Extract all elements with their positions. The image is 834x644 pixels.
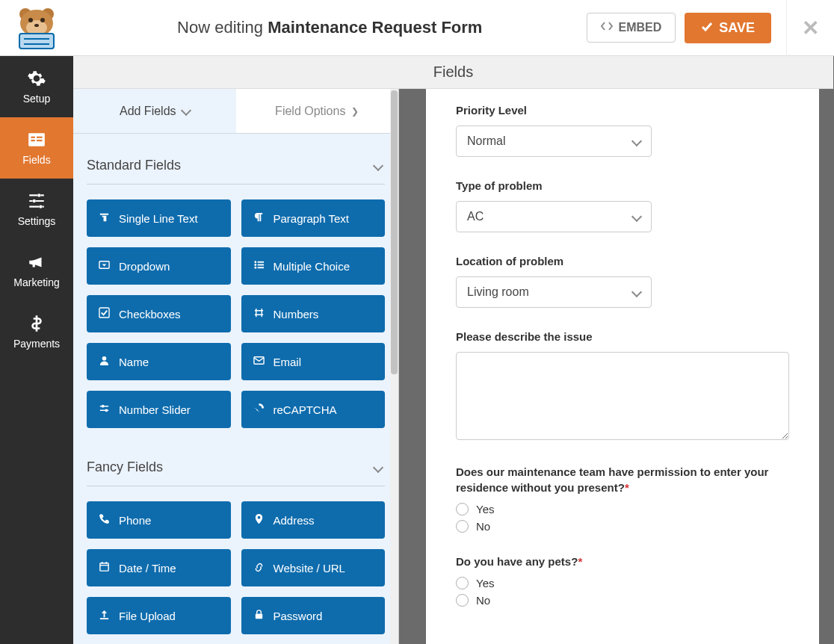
field-type-multiple-choice[interactable]: Multiple Choice xyxy=(241,247,386,285)
field-type-email[interactable]: Email xyxy=(241,343,386,380)
tab-add-fields[interactable]: Add Fields xyxy=(73,89,236,133)
field-type-label: Date / Time xyxy=(119,562,176,575)
bullhorn-icon xyxy=(27,253,46,272)
field-type-paragraph-text[interactable]: Paragraph Text xyxy=(241,199,386,237)
close-button[interactable]: ✕ xyxy=(786,0,834,56)
field-type-phone[interactable]: Phone xyxy=(87,501,231,539)
scrollbar-thumb[interactable] xyxy=(391,90,398,374)
field-type-label: Paragraph Text xyxy=(274,212,349,225)
name-icon xyxy=(99,355,110,368)
sidebar-item-setup[interactable]: Setup xyxy=(0,56,73,117)
describe-textarea[interactable] xyxy=(456,352,789,440)
tab-field-options[interactable]: Field Options ❯ xyxy=(236,89,399,133)
radio-label: Yes xyxy=(476,503,494,515)
field-type-address[interactable]: Address xyxy=(241,501,386,539)
field-type-single-line-text[interactable]: Single Line Text xyxy=(87,199,231,237)
email-icon xyxy=(253,355,265,368)
chevron-down-icon xyxy=(374,459,382,475)
field-type-password[interactable]: Password xyxy=(241,597,386,634)
svg-rect-24 xyxy=(257,267,263,268)
field-type-label: Numbers xyxy=(274,308,319,321)
select-value: Normal xyxy=(467,134,506,148)
field-type-recaptcha[interactable]: reCAPTCHA xyxy=(241,391,386,428)
nav-sidebar: Setup Fields Settings Marketing Payments xyxy=(0,56,73,644)
svg-point-15 xyxy=(37,193,40,196)
radio-option-no[interactable]: No xyxy=(456,594,789,607)
checkboxes-icon xyxy=(99,307,110,321)
section-title: Standard Fields xyxy=(87,158,181,173)
field-location-of-problem[interactable]: Location of problem Living room xyxy=(456,253,789,308)
svg-rect-30 xyxy=(100,563,108,571)
panel-subheader: Fields xyxy=(73,56,833,89)
field-pets[interactable]: Do you have any pets?* Yes No xyxy=(456,554,789,607)
svg-rect-22 xyxy=(257,264,263,266)
sidebar-item-label: Fields xyxy=(22,154,50,166)
single-line-text-icon xyxy=(99,211,110,225)
radio-option-no[interactable]: No xyxy=(456,520,789,533)
chevron-down-icon xyxy=(182,106,190,117)
field-type-label: File Upload xyxy=(119,610,176,622)
dropdown-icon xyxy=(99,259,110,273)
sidebar-item-label: Marketing xyxy=(13,276,59,288)
embed-label: EMBED xyxy=(619,21,662,34)
phone-icon xyxy=(99,513,110,527)
field-type-name[interactable]: Name xyxy=(87,343,231,380)
priority-select[interactable]: Normal xyxy=(456,126,652,157)
field-type-numbers[interactable]: Numbers xyxy=(241,295,386,332)
type-problem-select[interactable]: AC xyxy=(456,201,652,232)
location-select[interactable]: Living room xyxy=(456,276,652,308)
numbers-icon xyxy=(253,307,265,321)
sidebar-item-marketing[interactable]: Marketing xyxy=(0,240,73,301)
check-icon xyxy=(701,20,713,36)
tab-label: Field Options xyxy=(275,105,345,118)
field-permission[interactable]: Does our maintenance team have permissio… xyxy=(456,464,789,533)
field-type-number-slider[interactable]: Number Slider xyxy=(87,391,231,428)
field-type-label: Number Slider xyxy=(119,403,191,416)
field-type-of-problem[interactable]: Type of problem AC xyxy=(456,178,789,232)
field-label: Priority Level xyxy=(456,102,789,118)
editing-form-title: Now editing Maintenance Request Form xyxy=(73,18,587,37)
svg-rect-31 xyxy=(255,614,262,619)
chevron-down-icon xyxy=(633,210,640,223)
sidebar-item-label: Setup xyxy=(23,93,51,105)
file-upload-icon xyxy=(99,609,110,622)
date-time-icon xyxy=(99,561,110,575)
svg-rect-12 xyxy=(37,137,43,138)
chevron-down-icon xyxy=(633,285,640,299)
field-type-checkboxes[interactable]: Checkboxes xyxy=(87,295,231,332)
sidebar-item-settings[interactable]: Settings xyxy=(0,179,73,240)
number-slider-icon xyxy=(99,403,110,416)
password-icon xyxy=(253,609,265,622)
form-preview-background: Priority Level Normal Type of problem AC… xyxy=(399,56,834,644)
sidebar-item-payments[interactable]: Payments xyxy=(0,301,73,362)
save-button[interactable]: SAVE xyxy=(685,13,771,43)
field-type-date-time[interactable]: Date / Time xyxy=(87,549,231,586)
svg-rect-25 xyxy=(99,308,109,318)
field-type-file-upload[interactable]: File Upload xyxy=(87,597,231,634)
paragraph-text-icon xyxy=(253,211,265,225)
chevron-down-icon xyxy=(374,158,382,173)
section-standard-fields[interactable]: Standard Fields xyxy=(87,147,385,185)
website-url-icon xyxy=(253,561,265,575)
form-preview: Priority Level Normal Type of problem AC… xyxy=(426,89,819,644)
field-type-label: Dropdown xyxy=(119,260,170,273)
address-icon xyxy=(253,513,265,527)
scrollbar-track[interactable] xyxy=(390,89,398,644)
svg-point-21 xyxy=(254,264,256,266)
radio-option-yes[interactable]: Yes xyxy=(456,503,789,515)
svg-rect-20 xyxy=(257,261,263,263)
field-type-label: Single Line Text xyxy=(119,212,198,225)
radio-option-yes[interactable]: Yes xyxy=(456,577,789,589)
top-bar: Now editing Maintenance Request Form EMB… xyxy=(0,0,834,56)
code-icon xyxy=(601,21,613,34)
field-type-dropdown[interactable]: Dropdown xyxy=(87,247,231,285)
section-fancy-fields[interactable]: Fancy Fields xyxy=(87,449,385,486)
field-type-website-url[interactable]: Website / URL xyxy=(241,549,386,586)
field-describe-issue[interactable]: Please describe the issue xyxy=(456,329,789,443)
embed-button[interactable]: EMBED xyxy=(587,13,676,43)
field-priority-level[interactable]: Priority Level Normal xyxy=(456,102,789,157)
radio-icon xyxy=(456,503,469,515)
sidebar-item-fields[interactable]: Fields xyxy=(0,117,73,179)
sidebar-item-label: Payments xyxy=(13,338,60,350)
svg-point-4 xyxy=(28,18,33,22)
